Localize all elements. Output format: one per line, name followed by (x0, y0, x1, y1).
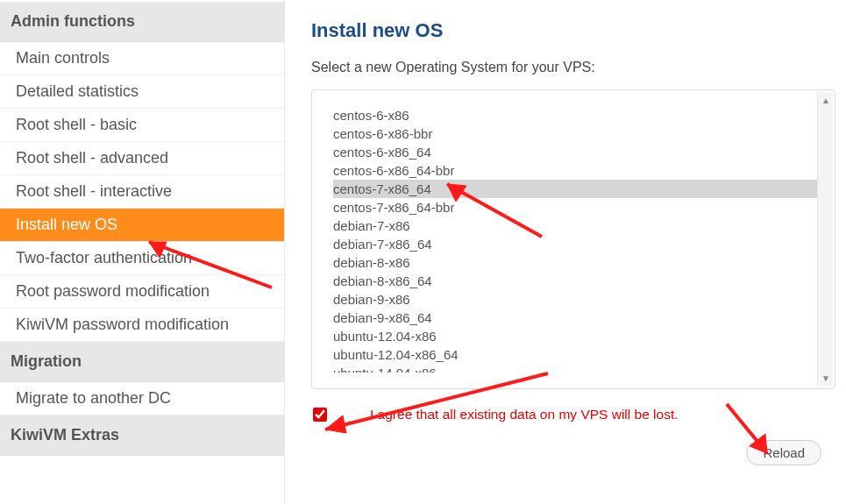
sidebar-item[interactable]: Install new OS (0, 209, 284, 242)
reload-button[interactable]: Reload (746, 440, 821, 465)
sidebar-heading-extras: KiwiVM Extras (0, 415, 284, 456)
sidebar-item[interactable]: Root shell - basic (0, 109, 284, 142)
os-option[interactable]: centos-7-x86_64-bbr (333, 198, 828, 217)
sidebar-item[interactable]: KiwiVM password modification (0, 309, 284, 342)
os-option[interactable]: debian-7-x86_64 (333, 235, 828, 253)
sidebar-heading-migration: Migration (0, 342, 284, 382)
agree-label[interactable]: I agree that all existing data on my VPS… (370, 407, 679, 422)
os-list-container: centos-6-x86centos-6-x86-bbrcentos-6-x86… (311, 89, 835, 389)
os-option[interactable]: debian-8-x86_64 (333, 272, 828, 290)
page-subtitle: Select a new Operating System for your V… (311, 60, 835, 75)
sidebar: Admin functions Main controlsDetailed st… (0, 0, 285, 504)
os-option[interactable]: debian-7-x86 (333, 217, 828, 235)
os-option[interactable]: ubuntu-14.04-x86 (333, 364, 828, 373)
page-title: Install new OS (311, 19, 835, 42)
scrollbar[interactable]: ▲ ▼ (817, 92, 833, 387)
agree-checkbox[interactable] (313, 408, 327, 422)
sidebar-item[interactable]: Migrate to another DC (0, 382, 284, 415)
os-option[interactable]: centos-6-x86_64 (333, 143, 828, 161)
os-option[interactable]: centos-7-x86_64 (333, 180, 828, 198)
scroll-down-icon[interactable]: ▼ (821, 373, 830, 383)
os-list[interactable]: centos-6-x86centos-6-x86-bbrcentos-6-x86… (333, 106, 828, 373)
os-option[interactable]: centos-6-x86-bbr (333, 124, 828, 143)
os-option[interactable]: debian-8-x86 (333, 253, 828, 272)
sidebar-item[interactable]: Main controls (0, 42, 284, 75)
sidebar-item[interactable]: Root shell - interactive (0, 175, 284, 209)
main-panel: Install new OS Select a new Operating Sy… (285, 0, 846, 504)
os-option[interactable]: centos-6-x86_64-bbr (333, 161, 828, 180)
sidebar-item[interactable]: Detailed statistics (0, 75, 284, 109)
os-option[interactable]: ubuntu-12.04-x86 (333, 327, 828, 345)
os-option[interactable]: debian-9-x86_64 (333, 309, 828, 327)
os-option[interactable]: centos-6-x86 (333, 106, 828, 124)
sidebar-item[interactable]: Root password modification (0, 275, 284, 309)
sidebar-item[interactable]: Two-factor authentication (0, 242, 284, 275)
os-option[interactable]: debian-9-x86 (333, 290, 828, 309)
sidebar-item[interactable]: Root shell - advanced (0, 142, 284, 175)
os-option[interactable]: ubuntu-12.04-x86_64 (333, 345, 828, 364)
scroll-up-icon[interactable]: ▲ (821, 96, 830, 105)
sidebar-heading-admin: Admin functions (0, 2, 284, 42)
